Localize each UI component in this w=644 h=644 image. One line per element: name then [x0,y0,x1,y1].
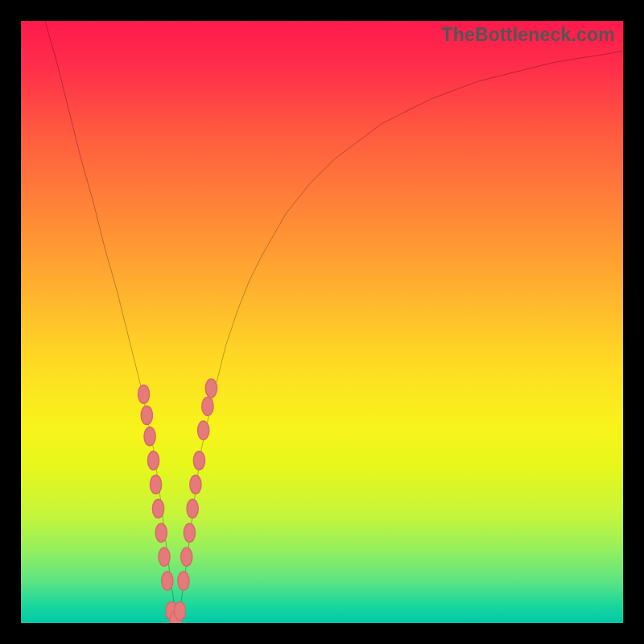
attribution-watermark: TheBottleneck.com [441,24,615,46]
chart-svg [21,21,623,623]
data-marker [141,406,152,424]
marker-layer [138,379,217,623]
data-marker [138,385,149,403]
data-marker [193,451,204,469]
data-marker [202,397,213,415]
data-marker [205,379,217,398]
data-marker [178,572,189,590]
data-marker [198,421,209,440]
data-marker [147,451,159,469]
data-marker [184,523,195,542]
curve-layer [45,21,623,623]
data-marker [187,499,198,518]
data-marker [166,601,177,620]
data-marker [190,475,201,493]
data-marker [162,572,173,590]
data-marker [150,475,161,493]
data-marker [159,547,170,566]
bottleneck-curve [45,21,623,623]
data-marker [144,427,155,446]
data-marker [155,523,167,542]
data-marker [174,601,185,620]
chart-frame: TheBottleneck.com [0,0,644,644]
data-marker [170,611,181,623]
data-marker [181,547,192,566]
data-marker [152,499,163,518]
plot-area: TheBottleneck.com [21,21,623,623]
